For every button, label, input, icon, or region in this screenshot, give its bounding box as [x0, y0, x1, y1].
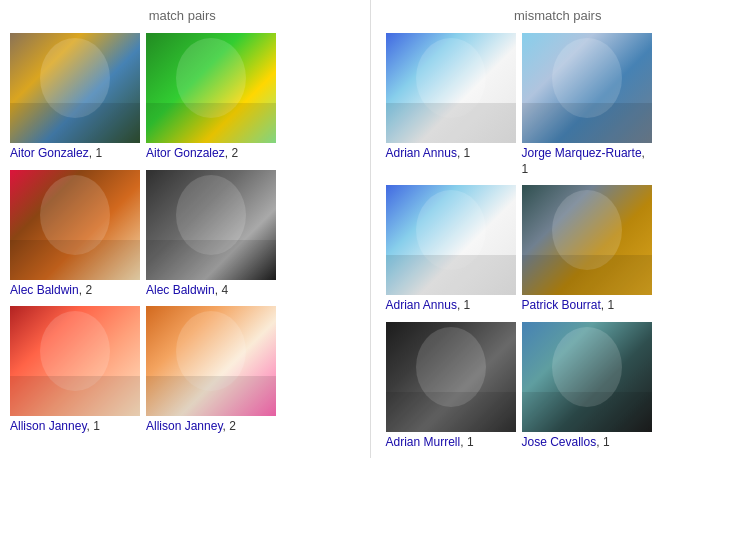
face-index-aitor2: 2	[231, 146, 238, 160]
face-image-adrian2	[386, 185, 516, 295]
mismatch-pair-row-3: Adrian Murrell, 1 Jose Cevallos, 1	[386, 322, 731, 451]
face-index-adrian3: 1	[467, 435, 474, 449]
face-image-jorge	[522, 33, 652, 143]
face-label-adrian2: Adrian Annus, 1	[386, 298, 471, 314]
match-item-allison2: Allison Janney, 2	[146, 306, 276, 435]
face-image-allison1	[10, 306, 140, 416]
face-label-aitor1: Aitor Gonzalez, 1	[10, 146, 102, 162]
match-item-aitor1: Aitor Gonzalez, 1	[10, 33, 140, 162]
face-image-patrick	[522, 185, 652, 295]
mismatch-item-jose: Jose Cevallos, 1	[522, 322, 652, 451]
face-name-link-adrian2[interactable]: Adrian Annus	[386, 298, 457, 312]
face-image-alec1	[10, 170, 140, 280]
face-label-aitor2: Aitor Gonzalez, 2	[146, 146, 238, 162]
face-image-aitor1	[10, 33, 140, 143]
mismatch-pair-row-1: Adrian Annus, 1 Jorge Marquez-Ruarte, 1	[386, 33, 731, 177]
face-name-link-allison2[interactable]: Allison Janney	[146, 419, 223, 433]
match-item-alec2: Alec Baldwin, 4	[146, 170, 276, 299]
match-pairs-grid: Aitor Gonzalez, 1 Aitor Gonzalez, 2 Alec…	[10, 33, 355, 435]
face-name-link-jose[interactable]: Jose Cevallos	[522, 435, 597, 449]
face-index-alec2: 4	[221, 283, 228, 297]
face-index-alec1: 2	[85, 283, 92, 297]
face-index-adrian1: 1	[464, 146, 471, 160]
face-label-alec1: Alec Baldwin, 2	[10, 283, 92, 299]
match-pair-row-2: Alec Baldwin, 2 Alec Baldwin, 4	[10, 170, 355, 299]
face-name-link-jorge[interactable]: Jorge Marquez-Ruarte	[522, 146, 642, 160]
mismatch-item-jorge: Jorge Marquez-Ruarte, 1	[522, 33, 652, 177]
face-index-jorge: 1	[522, 162, 529, 176]
face-name-link-adrian3[interactable]: Adrian Murrell	[386, 435, 461, 449]
face-label-adrian3: Adrian Murrell, 1	[386, 435, 474, 451]
face-label-alec2: Alec Baldwin, 4	[146, 283, 228, 299]
face-label-adrian1: Adrian Annus, 1	[386, 146, 471, 162]
mismatch-item-adrian2: Adrian Annus, 1	[386, 185, 516, 314]
mismatch-item-adrian3: Adrian Murrell, 1	[386, 322, 516, 451]
face-name-link-alec1[interactable]: Alec Baldwin	[10, 283, 79, 297]
mismatch-item-adrian1: Adrian Annus, 1	[386, 33, 516, 162]
face-label-patrick: Patrick Bourrat, 1	[522, 298, 615, 314]
mismatch-item-patrick: Patrick Bourrat, 1	[522, 185, 652, 314]
mismatch-pair-row-2: Adrian Annus, 1 Patrick Bourrat, 1	[386, 185, 731, 314]
face-name-link-aitor2[interactable]: Aitor Gonzalez	[146, 146, 225, 160]
match-pairs-title: match pairs	[10, 8, 355, 23]
face-index-allison2: 2	[229, 419, 236, 433]
face-label-allison1: Allison Janney, 1	[10, 419, 100, 435]
match-item-allison1: Allison Janney, 1	[10, 306, 140, 435]
mismatch-pairs-section: mismatch pairs Adrian Annus, 1 Jorge Mar…	[376, 0, 741, 458]
face-index-jose: 1	[603, 435, 610, 449]
face-label-jorge: Jorge Marquez-Ruarte, 1	[522, 146, 652, 177]
face-index-allison1: 1	[93, 419, 100, 433]
match-pair-row-1: Aitor Gonzalez, 1 Aitor Gonzalez, 2	[10, 33, 355, 162]
face-image-alec2	[146, 170, 276, 280]
match-item-aitor2: Aitor Gonzalez, 2	[146, 33, 276, 162]
mismatch-pairs-grid: Adrian Annus, 1 Jorge Marquez-Ruarte, 1 …	[386, 33, 731, 450]
face-image-allison2	[146, 306, 276, 416]
face-image-adrian1	[386, 33, 516, 143]
face-image-aitor2	[146, 33, 276, 143]
match-pairs-section: match pairs Aitor Gonzalez, 1 Aitor Gonz…	[0, 0, 365, 458]
face-index-adrian2: 1	[464, 298, 471, 312]
match-pair-row-3: Allison Janney, 1 Allison Janney, 2	[10, 306, 355, 435]
face-label-jose: Jose Cevallos, 1	[522, 435, 610, 451]
face-name-link-adrian1[interactable]: Adrian Annus	[386, 146, 457, 160]
face-index-aitor1: 1	[95, 146, 102, 160]
face-name-link-alec2[interactable]: Alec Baldwin	[146, 283, 215, 297]
face-name-link-patrick[interactable]: Patrick Bourrat	[522, 298, 601, 312]
face-name-link-allison1[interactable]: Allison Janney	[10, 419, 87, 433]
mismatch-pairs-title: mismatch pairs	[386, 8, 731, 23]
face-image-adrian3	[386, 322, 516, 432]
section-divider	[370, 0, 371, 458]
face-label-allison2: Allison Janney, 2	[146, 419, 236, 435]
main-container: match pairs Aitor Gonzalez, 1 Aitor Gonz…	[0, 0, 740, 458]
face-index-patrick: 1	[608, 298, 615, 312]
face-image-jose	[522, 322, 652, 432]
face-name-link-aitor1[interactable]: Aitor Gonzalez	[10, 146, 89, 160]
match-item-alec1: Alec Baldwin, 2	[10, 170, 140, 299]
